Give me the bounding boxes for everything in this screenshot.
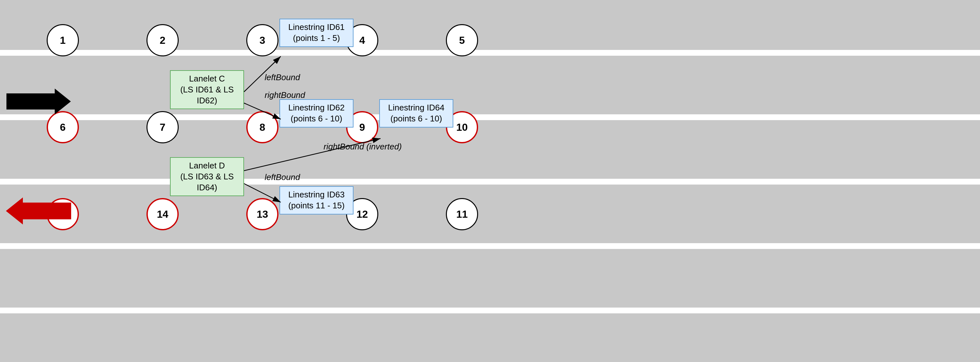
node-6: 6 (47, 111, 79, 144)
lanelet-d-line2: (LS ID63 & LS (175, 171, 240, 182)
node-1: 1 (47, 24, 79, 56)
lanelet-c-box: Lanelet C (LS ID61 & LS ID62) (170, 70, 244, 109)
lanelet-c-line2: (LS ID61 & LS (175, 85, 240, 95)
ls63-line1: Linestring ID63 (284, 189, 349, 200)
node-7: 7 (146, 111, 179, 144)
ls64-line1: Linestring ID64 (384, 102, 449, 113)
node-2: 2 (146, 24, 179, 56)
node-label-6: 6 (60, 121, 66, 133)
direction-right: Direction (3, 87, 64, 116)
ls62-line1: Linestring ID62 (284, 102, 349, 113)
lanelet-d-box: Lanelet D (LS ID63 & LS ID64) (170, 157, 244, 196)
leftbound-bot-label: leftBound (265, 172, 300, 182)
leftbound-top-label: leftBound (265, 72, 300, 83)
direction-left: Direction (3, 196, 64, 225)
linestring-id64-box: Linestring ID64 (points 6 - 10) (379, 99, 453, 128)
ls61-line2: (points 1 - 5) (284, 33, 349, 44)
ls64-line2: (points 6 - 10) (384, 113, 449, 124)
lanelet-d-line3: ID64) (175, 182, 240, 193)
node-label-14: 14 (157, 208, 169, 220)
node-label-2: 2 (160, 35, 165, 46)
node-label-9: 9 (359, 121, 365, 133)
linestring-id63-box: Linestring ID63 (points 11 - 15) (280, 186, 353, 214)
node-14: 14 (146, 198, 179, 230)
direction-right-label: Direction (14, 95, 64, 108)
node-label-12: 12 (356, 208, 368, 220)
ls62-line2: (points 6 - 10) (284, 113, 349, 124)
rightbound-top-label: rightBound (265, 90, 305, 100)
node-label-1: 1 (60, 35, 66, 46)
node-3: 3 (246, 24, 278, 56)
lanelet-d-line1: Lanelet D (175, 160, 240, 171)
linestring-id61-box: Linestring ID61 (points 1 - 5) (280, 19, 353, 47)
node-11: 11 (446, 198, 478, 230)
node-5: 5 (446, 24, 478, 56)
road-stripe-4 (0, 243, 980, 249)
node-label-5: 5 (459, 35, 465, 46)
road-stripe-3 (0, 179, 980, 185)
road-stripe-5 (0, 308, 980, 313)
node-label-3: 3 (259, 35, 265, 46)
ls63-line2: (points 11 - 15) (284, 200, 349, 211)
node-label-11: 11 (456, 208, 468, 220)
node-label-8: 8 (259, 121, 265, 133)
linestring-id62-box: Linestring ID62 (points 6 - 10) (280, 99, 353, 128)
node-8: 8 (246, 111, 278, 144)
rightbound-inv-label: rightBound (inverted) (323, 142, 402, 152)
lanelet-c-line1: Lanelet C (175, 73, 240, 85)
node-label-4: 4 (359, 35, 365, 46)
lanelet-c-line3: ID62) (175, 95, 240, 106)
road-stripe-1 (0, 50, 980, 56)
road-stripe-2 (0, 114, 980, 120)
direction-left-label: Direction (14, 204, 64, 218)
node-label-13: 13 (256, 208, 268, 220)
ls61-line1: Linestring ID61 (284, 22, 349, 33)
node-13: 13 (246, 198, 278, 230)
node-label-7: 7 (160, 121, 165, 133)
node-label-10: 10 (456, 121, 468, 133)
